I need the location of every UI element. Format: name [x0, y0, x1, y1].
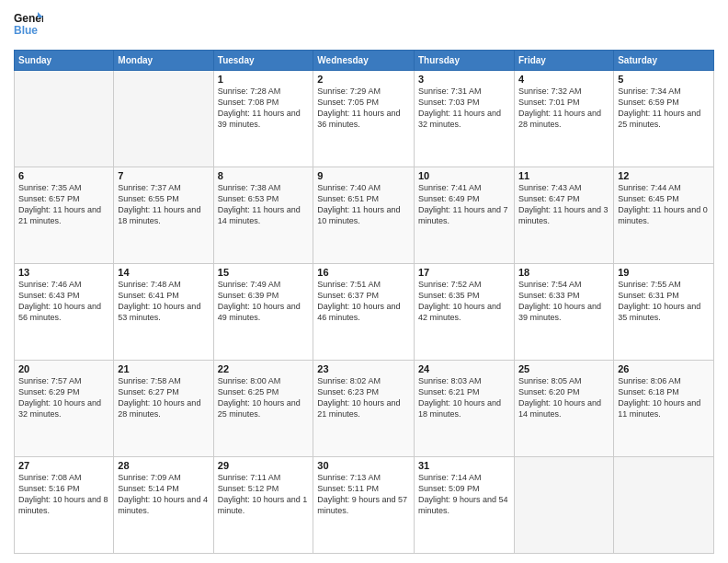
calendar-cell: 10Sunrise: 7:41 AMSunset: 6:49 PMDayligh… — [414, 167, 514, 264]
day-info: Sunrise: 7:44 AMSunset: 6:45 PMDaylight:… — [618, 182, 710, 227]
day-info: Sunrise: 8:03 AMSunset: 6:21 PMDaylight:… — [418, 375, 510, 420]
day-number: 31 — [418, 460, 510, 471]
day-info: Sunrise: 7:43 AMSunset: 6:47 PMDaylight:… — [518, 182, 609, 227]
week-row-4: 20Sunrise: 7:57 AMSunset: 6:29 PMDayligh… — [15, 361, 714, 457]
day-info: Sunrise: 7:49 AMSunset: 6:39 PMDaylight:… — [218, 279, 310, 324]
calendar-cell: 16Sunrise: 7:51 AMSunset: 6:37 PMDayligh… — [313, 264, 415, 361]
calendar-cell: 7Sunrise: 7:37 AMSunset: 6:55 PMDaylight… — [114, 167, 213, 264]
calendar-cell: 18Sunrise: 7:54 AMSunset: 6:33 PMDayligh… — [514, 264, 613, 361]
day-info: Sunrise: 7:09 AMSunset: 5:14 PMDaylight:… — [118, 472, 209, 517]
calendar-cell: 8Sunrise: 7:38 AMSunset: 6:53 PMDaylight… — [213, 167, 313, 264]
calendar-cell: 30Sunrise: 7:13 AMSunset: 5:11 PMDayligh… — [313, 457, 415, 554]
day-number: 1 — [218, 74, 310, 85]
day-number: 21 — [118, 363, 209, 374]
logo: General Blue — [14, 9, 43, 42]
day-number: 5 — [618, 74, 710, 85]
day-header-thursday: Thursday — [414, 51, 514, 71]
calendar-cell: 9Sunrise: 7:40 AMSunset: 6:51 PMDaylight… — [313, 167, 415, 264]
day-info: Sunrise: 8:05 AMSunset: 6:20 PMDaylight:… — [518, 375, 609, 420]
day-number: 9 — [317, 170, 410, 181]
day-info: Sunrise: 7:37 AMSunset: 6:55 PMDaylight:… — [118, 182, 209, 227]
day-number: 24 — [418, 363, 510, 374]
day-number: 3 — [418, 74, 510, 85]
calendar-cell: 21Sunrise: 7:58 AMSunset: 6:27 PMDayligh… — [114, 361, 213, 457]
day-number: 6 — [18, 170, 109, 181]
day-info: Sunrise: 7:55 AMSunset: 6:31 PMDaylight:… — [618, 279, 710, 324]
day-info: Sunrise: 8:06 AMSunset: 6:18 PMDaylight:… — [618, 375, 710, 420]
day-number: 27 — [18, 460, 109, 471]
day-number: 14 — [118, 267, 209, 278]
day-header-saturday: Saturday — [614, 51, 714, 71]
calendar-cell: 14Sunrise: 7:48 AMSunset: 6:41 PMDayligh… — [114, 264, 213, 361]
day-info: Sunrise: 7:14 AMSunset: 5:09 PMDaylight:… — [418, 472, 510, 517]
calendar-cell: 12Sunrise: 7:44 AMSunset: 6:45 PMDayligh… — [614, 167, 714, 264]
week-row-5: 27Sunrise: 7:08 AMSunset: 5:16 PMDayligh… — [15, 457, 714, 554]
calendar-cell: 20Sunrise: 7:57 AMSunset: 6:29 PMDayligh… — [15, 361, 114, 457]
calendar-cell: 13Sunrise: 7:46 AMSunset: 6:43 PMDayligh… — [15, 264, 114, 361]
day-info: Sunrise: 7:57 AMSunset: 6:29 PMDaylight:… — [18, 375, 109, 420]
calendar-cell: 4Sunrise: 7:32 AMSunset: 7:01 PMDaylight… — [514, 71, 613, 167]
calendar-cell — [614, 457, 714, 554]
day-info: Sunrise: 7:34 AMSunset: 6:59 PMDaylight:… — [618, 86, 710, 131]
calendar-cell: 11Sunrise: 7:43 AMSunset: 6:47 PMDayligh… — [514, 167, 613, 264]
day-info: Sunrise: 7:08 AMSunset: 5:16 PMDaylight:… — [18, 472, 109, 517]
day-header-wednesday: Wednesday — [313, 51, 415, 71]
day-info: Sunrise: 7:41 AMSunset: 6:49 PMDaylight:… — [418, 182, 510, 227]
day-number: 17 — [418, 267, 510, 278]
day-info: Sunrise: 7:29 AMSunset: 7:05 PMDaylight:… — [317, 86, 410, 131]
calendar-cell: 26Sunrise: 8:06 AMSunset: 6:18 PMDayligh… — [614, 361, 714, 457]
day-number: 12 — [618, 170, 710, 181]
day-info: Sunrise: 7:28 AMSunset: 7:08 PMDaylight:… — [218, 86, 310, 131]
page: General Blue SundayMondayTuesdayWednesda… — [0, 0, 728, 563]
header: General Blue — [14, 9, 714, 42]
day-number: 18 — [518, 267, 609, 278]
day-number: 15 — [218, 267, 310, 278]
calendar-cell: 17Sunrise: 7:52 AMSunset: 6:35 PMDayligh… — [414, 264, 514, 361]
calendar-cell — [15, 71, 114, 167]
calendar-cell: 25Sunrise: 8:05 AMSunset: 6:20 PMDayligh… — [514, 361, 613, 457]
day-number: 28 — [118, 460, 209, 471]
day-number: 22 — [218, 363, 310, 374]
day-header-friday: Friday — [514, 51, 613, 71]
day-number: 10 — [418, 170, 510, 181]
calendar-cell: 1Sunrise: 7:28 AMSunset: 7:08 PMDaylight… — [213, 71, 313, 167]
calendar-table: SundayMondayTuesdayWednesdayThursdayFrid… — [14, 50, 714, 554]
logo-svg: General Blue — [14, 9, 43, 42]
calendar-cell: 2Sunrise: 7:29 AMSunset: 7:05 PMDaylight… — [313, 71, 415, 167]
day-number: 4 — [518, 74, 609, 85]
day-number: 13 — [18, 267, 109, 278]
week-row-1: 1Sunrise: 7:28 AMSunset: 7:08 PMDaylight… — [15, 71, 714, 167]
day-header-tuesday: Tuesday — [213, 51, 313, 71]
day-number: 23 — [317, 363, 410, 374]
calendar-cell: 15Sunrise: 7:49 AMSunset: 6:39 PMDayligh… — [213, 264, 313, 361]
calendar-cell: 5Sunrise: 7:34 AMSunset: 6:59 PMDaylight… — [614, 71, 714, 167]
day-number: 7 — [118, 170, 209, 181]
day-info: Sunrise: 8:00 AMSunset: 6:25 PMDaylight:… — [218, 375, 310, 420]
day-number: 25 — [518, 363, 609, 374]
day-header-monday: Monday — [114, 51, 213, 71]
svg-text:Blue: Blue — [14, 24, 38, 37]
day-number: 11 — [518, 170, 609, 181]
day-number: 19 — [618, 267, 710, 278]
day-number: 29 — [218, 460, 310, 471]
day-info: Sunrise: 7:51 AMSunset: 6:37 PMDaylight:… — [317, 279, 410, 324]
day-info: Sunrise: 7:52 AMSunset: 6:35 PMDaylight:… — [418, 279, 510, 324]
week-row-3: 13Sunrise: 7:46 AMSunset: 6:43 PMDayligh… — [15, 264, 714, 361]
day-number: 2 — [317, 74, 410, 85]
day-info: Sunrise: 7:48 AMSunset: 6:41 PMDaylight:… — [118, 279, 209, 324]
day-number: 8 — [218, 170, 310, 181]
day-number: 16 — [317, 267, 410, 278]
day-info: Sunrise: 7:13 AMSunset: 5:11 PMDaylight:… — [317, 472, 410, 517]
calendar-cell — [114, 71, 213, 167]
day-info: Sunrise: 7:11 AMSunset: 5:12 PMDaylight:… — [218, 472, 310, 517]
day-info: Sunrise: 8:02 AMSunset: 6:23 PMDaylight:… — [317, 375, 410, 420]
calendar-header-row: SundayMondayTuesdayWednesdayThursdayFrid… — [15, 51, 714, 71]
calendar-cell: 27Sunrise: 7:08 AMSunset: 5:16 PMDayligh… — [15, 457, 114, 554]
calendar-cell: 28Sunrise: 7:09 AMSunset: 5:14 PMDayligh… — [114, 457, 213, 554]
day-info: Sunrise: 7:58 AMSunset: 6:27 PMDaylight:… — [118, 375, 209, 420]
day-info: Sunrise: 7:32 AMSunset: 7:01 PMDaylight:… — [518, 86, 609, 131]
day-number: 20 — [18, 363, 109, 374]
day-info: Sunrise: 7:35 AMSunset: 6:57 PMDaylight:… — [18, 182, 109, 227]
day-info: Sunrise: 7:46 AMSunset: 6:43 PMDaylight:… — [18, 279, 109, 324]
day-info: Sunrise: 7:31 AMSunset: 7:03 PMDaylight:… — [418, 86, 510, 131]
